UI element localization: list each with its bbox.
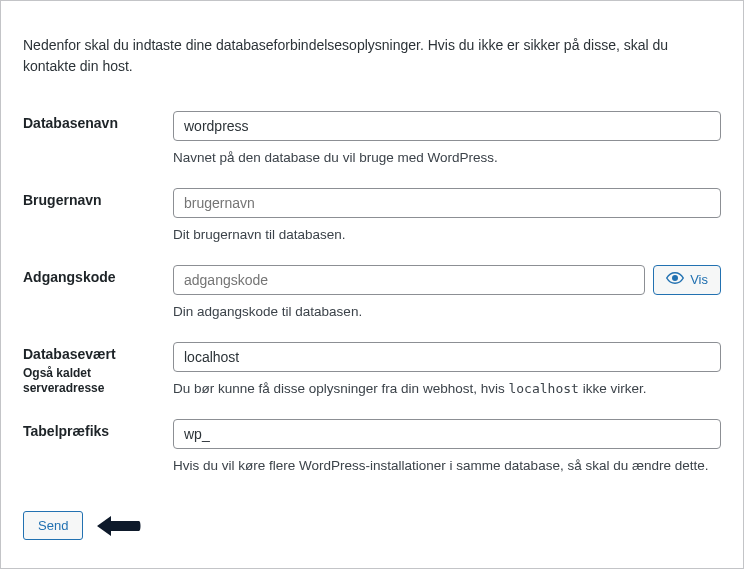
dbhost-input[interactable] (173, 342, 721, 372)
prefix-input[interactable] (173, 419, 721, 449)
submit-button[interactable]: Send (23, 511, 83, 540)
arrow-left-icon (95, 514, 143, 538)
prefix-description: Hvis du vil køre flere WordPress-install… (173, 457, 721, 476)
form-table: Databasenavn Navnet på den database du v… (23, 103, 721, 487)
show-password-label: Vis (690, 272, 708, 287)
username-label: Brugernavn (23, 192, 102, 208)
submit-row: Send (23, 511, 721, 540)
dbname-description: Navnet på den database du vil bruge med … (173, 149, 721, 168)
password-description: Din adgangskode til databasen. (173, 303, 721, 322)
intro-text: Nedenfor skal du indtaste dine databasef… (23, 35, 721, 77)
dbhost-description: Du bør kunne få disse oplysninger fra di… (173, 380, 721, 399)
dbname-label: Databasenavn (23, 115, 118, 131)
eye-icon (666, 271, 684, 288)
password-input[interactable] (173, 265, 645, 295)
dbhost-sublabel: Også kaldet serveradresse (23, 366, 163, 397)
show-password-button[interactable]: Vis (653, 265, 721, 295)
username-description: Dit brugernavn til databasen. (173, 226, 721, 245)
db-setup-panel: Nedenfor skal du indtaste dine databasef… (0, 0, 744, 569)
username-input[interactable] (173, 188, 721, 218)
prefix-label: Tabelpræfiks (23, 423, 109, 439)
dbhost-label: Databasevært (23, 346, 116, 362)
password-label: Adgangskode (23, 269, 116, 285)
dbname-input[interactable] (173, 111, 721, 141)
svg-point-0 (673, 276, 678, 281)
